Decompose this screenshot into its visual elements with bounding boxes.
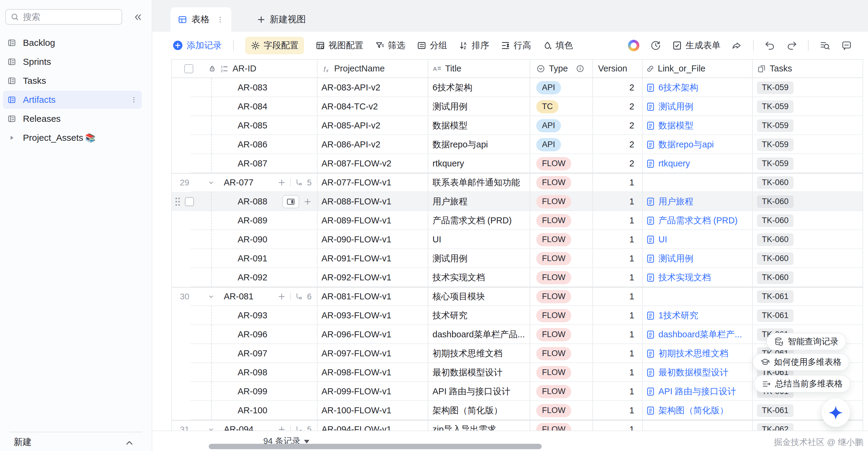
- ar-id-cell[interactable]: AR-090: [238, 230, 267, 249]
- task-badge[interactable]: TK-060: [757, 271, 794, 284]
- title-cell[interactable]: UI: [433, 234, 441, 245]
- project-name-cell[interactable]: AR-083-API-v2: [321, 83, 380, 93]
- type-badge[interactable]: FLOW: [536, 366, 571, 379]
- table-row[interactable]: AR-096AR-096-FLOW-v1dashboard菜单栏产品...FLO…: [172, 325, 863, 344]
- project-name-cell[interactable]: AR-091-FLOW-v1: [321, 254, 392, 263]
- version-cell[interactable]: 2: [629, 102, 634, 111]
- project-name-cell[interactable]: AR-100-FLOW-v1: [321, 406, 392, 415]
- ar-id-cell[interactable]: AR-083: [238, 78, 267, 97]
- type-badge[interactable]: FLOW: [536, 328, 571, 341]
- task-badge[interactable]: TK-059: [757, 119, 794, 132]
- table-row[interactable]: AR-089AR-089-FLOW-v1产品需求文档 (PRD)FLOW1产品需…: [172, 211, 863, 230]
- ar-id-cell[interactable]: AR-084: [238, 97, 267, 116]
- version-cell[interactable]: 1: [629, 178, 634, 188]
- version-cell[interactable]: 1: [629, 216, 634, 226]
- collapse-sidebar-icon[interactable]: [132, 11, 144, 23]
- title-cell[interactable]: 技术实现文档: [433, 271, 485, 284]
- type-badge[interactable]: FLOW: [536, 233, 571, 246]
- sidebar-item-sprints[interactable]: Sprints: [3, 53, 142, 71]
- task-badge[interactable]: TK-060: [757, 214, 794, 227]
- ar-id-cell[interactable]: AR-096: [238, 325, 267, 344]
- version-cell[interactable]: 1: [629, 292, 634, 301]
- sidebar-item-artifacts[interactable]: Artifacts: [3, 91, 142, 109]
- ar-id-cell[interactable]: AR-086: [238, 135, 267, 154]
- title-cell[interactable]: API 路由与接口设计: [433, 386, 510, 398]
- type-badge[interactable]: FLOW: [536, 290, 571, 303]
- version-cell[interactable]: 1: [629, 386, 634, 396]
- version-cell[interactable]: 1: [629, 311, 634, 320]
- title-cell[interactable]: 数据repo与api: [433, 139, 488, 151]
- row-checkbox[interactable]: [185, 197, 194, 206]
- new-view-button[interactable]: 新建视图: [256, 7, 306, 32]
- history-icon[interactable]: [650, 40, 661, 51]
- ar-id-cell[interactable]: AR-085: [238, 116, 267, 135]
- ai-suggestion-button[interactable]: 如何使用多维表格: [752, 353, 849, 371]
- title-cell[interactable]: 架构图（简化版）: [433, 405, 502, 417]
- add-subrecord-icon[interactable]: [277, 292, 286, 301]
- search-records-icon[interactable]: [819, 40, 830, 51]
- project-name-cell[interactable]: AR-088-FLOW-v1: [321, 197, 392, 206]
- type-badge[interactable]: FLOW: [536, 252, 571, 265]
- ar-id-cell[interactable]: AR-097: [238, 344, 267, 363]
- title-cell[interactable]: 6技术架构: [433, 82, 472, 94]
- group-button[interactable]: 分组: [417, 39, 447, 52]
- generate-form-button[interactable]: 生成表单: [672, 39, 720, 52]
- comment-icon[interactable]: [841, 40, 852, 51]
- project-name-cell[interactable]: AR-085-API-v2: [321, 121, 380, 131]
- title-cell[interactable]: 产品需求文档 (PRD): [433, 215, 512, 227]
- type-badge[interactable]: FLOW: [536, 271, 571, 284]
- project-name-cell[interactable]: AR-090-FLOW-v1: [321, 234, 392, 245]
- project-name-cell[interactable]: AR-099-FLOW-v1: [321, 386, 392, 396]
- link-cell[interactable]: 测试用例: [658, 253, 693, 265]
- fill-color-button[interactable]: 填色: [542, 39, 573, 52]
- type-badge[interactable]: FLOW: [536, 195, 571, 208]
- table-row[interactable]: AR-093AR-093-FLOW-v1技术研究FLOW11技术研究TK-061: [172, 306, 863, 325]
- field-config-button[interactable]: 字段配置: [245, 37, 304, 54]
- title-cell[interactable]: 数据模型: [433, 120, 467, 132]
- project-name-cell[interactable]: AR-077-FLOW-v1: [321, 178, 392, 188]
- version-cell[interactable]: 1: [629, 272, 634, 283]
- add-record-button[interactable]: 添加记录: [172, 39, 222, 52]
- ar-id-cell[interactable]: AR-081: [224, 287, 253, 306]
- ar-id-cell[interactable]: AR-098: [238, 363, 267, 382]
- link-cell[interactable]: 1技术研究: [658, 310, 698, 322]
- table-row[interactable]: AR-088AR-088-FLOW-v1用户旅程FLOW1用户旅程TK-060: [172, 192, 863, 211]
- view-config-button[interactable]: 视图配置: [315, 39, 364, 52]
- type-badge[interactable]: API: [536, 81, 561, 94]
- collapse-group-icon[interactable]: [207, 292, 215, 301]
- filter-button[interactable]: 筛选: [375, 39, 405, 52]
- item-more-icon[interactable]: [130, 96, 137, 103]
- ar-id-cell[interactable]: AR-089: [238, 211, 267, 230]
- link-cell[interactable]: 架构图（简化版）: [658, 405, 728, 417]
- link-cell[interactable]: 初期技术思维文档: [658, 348, 728, 360]
- title-cell[interactable]: 用户旅程: [433, 196, 467, 208]
- type-badge[interactable]: FLOW: [536, 214, 571, 227]
- link-cell[interactable]: 产品需求文档 (PRD): [658, 215, 738, 227]
- task-badge[interactable]: TK-059: [757, 100, 794, 113]
- link-cell[interactable]: 数据repo与api: [658, 139, 714, 151]
- share-icon[interactable]: [732, 40, 742, 51]
- version-cell[interactable]: 2: [629, 139, 634, 150]
- title-cell[interactable]: 联系表单邮件通知功能: [433, 177, 520, 189]
- title-cell[interactable]: 核心项目模块: [433, 291, 485, 303]
- horizontal-scrollbar[interactable]: [209, 444, 542, 449]
- type-badge[interactable]: FLOW: [536, 404, 571, 417]
- link-cell[interactable]: 技术实现文档: [658, 271, 711, 284]
- sidebar-new-button[interactable]: 新建: [13, 436, 32, 448]
- version-cell[interactable]: 1: [629, 367, 634, 378]
- undo-icon[interactable]: [765, 40, 775, 51]
- task-badge[interactable]: TK-059: [757, 138, 794, 151]
- title-cell[interactable]: 初期技术思维文档: [433, 348, 502, 360]
- header-project-name[interactable]: ƒx ProjectName: [318, 60, 428, 77]
- task-badge[interactable]: TK-061: [757, 309, 794, 322]
- add-subrecord-icon[interactable]: [277, 178, 286, 187]
- table-row[interactable]: 30AR-0816AR-081-FLOW-v1核心项目模块FLOW1TK-061: [172, 287, 863, 306]
- version-cell[interactable]: 1: [629, 234, 634, 245]
- add-subrecord-icon[interactable]: [303, 197, 312, 206]
- type-badge[interactable]: FLOW: [536, 385, 571, 398]
- table-row[interactable]: AR-083AR-083-API-v26技术架构API26技术架构TK-059: [172, 78, 863, 97]
- project-name-cell[interactable]: AR-098-FLOW-v1: [321, 367, 392, 378]
- title-cell[interactable]: dashboard菜单栏产品...: [433, 329, 525, 341]
- title-cell[interactable]: rtkquery: [433, 159, 464, 168]
- header-link-or-file[interactable]: Link_or_File: [643, 60, 753, 77]
